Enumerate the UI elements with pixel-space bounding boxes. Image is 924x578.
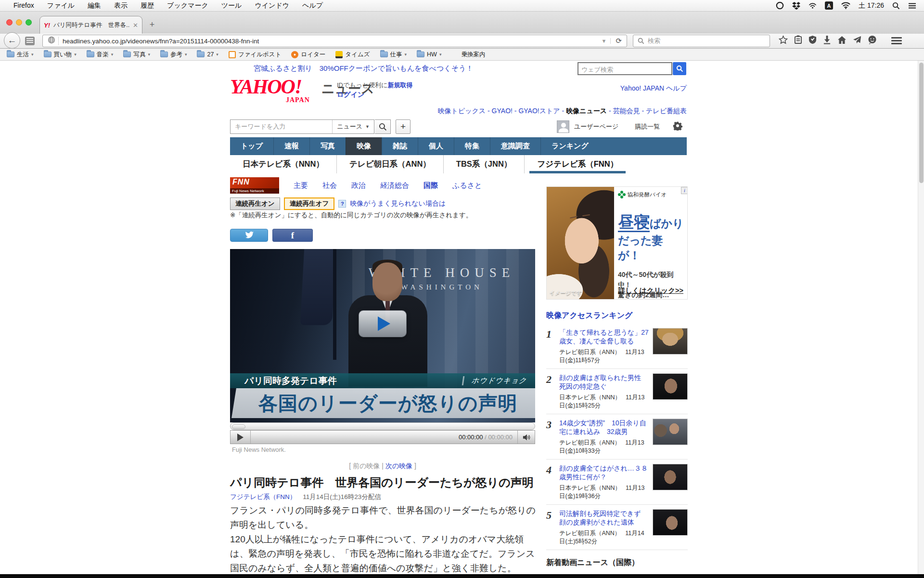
menubar-item[interactable]: ファイル <box>47 1 75 10</box>
fnn-category-link[interactable]: 国際 <box>424 181 438 190</box>
next-video-link[interactable]: 次の映像 <box>385 462 412 470</box>
ranking-thumbnail[interactable] <box>653 328 688 355</box>
volume-button[interactable] <box>517 431 535 444</box>
bookmark-star-icon[interactable] <box>779 35 788 44</box>
service-link[interactable]: 芸能会見 <box>613 107 640 115</box>
menu-hamburger-icon[interactable] <box>891 37 902 45</box>
bookmark-item[interactable]: 音楽 ▾ <box>87 51 114 59</box>
ranking-item-link[interactable]: 14歳少女“誘拐” 10日余り自宅に連れ込み 32歳男 <box>559 419 646 435</box>
new-tab-button[interactable]: + <box>146 18 158 31</box>
article-source-link[interactable]: フジテレビ系（FNN） <box>230 493 296 500</box>
nav-tab[interactable]: 速報 <box>273 137 309 155</box>
bookmark-item[interactable]: 乗換案内 ▾ <box>451 51 485 59</box>
bookmark-item[interactable]: タイムズ ▾ <box>335 51 370 59</box>
nav-tab[interactable]: 特集 <box>454 137 490 155</box>
continuous-play-off-button[interactable]: 連続再生オフ <box>284 197 335 210</box>
avatar[interactable] <box>557 120 569 133</box>
ranking-item-link[interactable]: 顔の皮膚全てはがされ…３８歳男性に何が？ <box>559 464 648 481</box>
ad-banner[interactable]: イメージです 協和発酵バイオ i 昼寝ばかり だった妻が！ 40代～50代が殺到… <box>546 186 688 300</box>
nav-tab[interactable]: 意識調査 <box>490 137 540 155</box>
chat-smiley-icon[interactable] <box>868 35 877 44</box>
settings-gear-icon[interactable] <box>673 121 682 132</box>
fnn-category-link[interactable]: 政治 <box>351 181 366 190</box>
fnn-logo[interactable]: FNN Fuji News Network <box>230 177 279 194</box>
twitter-share-button[interactable] <box>230 229 268 242</box>
yahoo-japan-link[interactable]: Yahoo! JAPAN <box>620 84 664 92</box>
menubar-item[interactable]: 編集 <box>88 1 101 10</box>
browser-search-box[interactable]: 検索 <box>633 35 770 47</box>
continuous-play-on-button[interactable]: 連続再生オン <box>230 197 280 210</box>
news-search-button[interactable] <box>375 119 391 134</box>
video-player[interactable]: WHITE HOUSE WASHINGTON パリ同時多発テロ事件 ホウドウキョ… <box>230 249 535 422</box>
ad-cta-link[interactable]: 詳しくはクリック>> <box>618 286 683 295</box>
menubar-item[interactable]: ツール <box>221 1 242 10</box>
menubar-item[interactable]: ヘルプ <box>302 1 323 10</box>
help-question-icon[interactable]: ? <box>338 200 346 208</box>
home-icon[interactable] <box>837 36 847 44</box>
bookmark-item[interactable]: 参考 ▾ <box>160 51 187 59</box>
reload-button[interactable]: ⟳ <box>611 37 627 45</box>
ranking-item-link[interactable]: 顔の皮膚はぎ取られた男性 死因の特定急ぐ <box>559 374 648 390</box>
service-link[interactable]: 映像トピックス <box>438 107 486 115</box>
hotspot-icon[interactable] <box>808 2 817 9</box>
play-overlay-button[interactable] <box>359 310 407 337</box>
help-link[interactable]: ヘルプ <box>666 84 687 92</box>
menubar-clock[interactable]: 土 17:26 <box>859 1 884 10</box>
register-link[interactable]: 新規取得 <box>388 81 413 89</box>
bookmark-item[interactable]: 生活 ▾ <box>7 51 34 59</box>
play-button[interactable] <box>231 431 251 444</box>
service-link[interactable]: テレビ番組表 <box>646 107 687 115</box>
nav-tab[interactable]: ランキング <box>540 137 599 155</box>
network-tab[interactable]: テレビ朝日系（ANN） <box>336 155 443 173</box>
url-text[interactable]: headlines.yahoo.co.jp/videonews/fnn?a=20… <box>63 38 259 45</box>
ad-info-icon[interactable]: i <box>681 187 688 194</box>
menubar-item[interactable]: ウインドウ <box>255 1 289 10</box>
nav-tab[interactable]: 個人 <box>418 137 454 155</box>
bookmark-item[interactable]: ロイター ▾ <box>291 51 325 59</box>
wifi-icon[interactable] <box>841 2 850 9</box>
ranking-thumbnail[interactable] <box>653 509 688 536</box>
bookmark-item[interactable]: 仕事 ▾ <box>380 51 407 59</box>
menubar-item[interactable]: Firefox <box>13 1 34 10</box>
user-page-link[interactable]: ユーザーページ <box>574 122 618 131</box>
fnn-category-link[interactable]: 社会 <box>322 181 337 190</box>
service-link[interactable]: 映像ニュース <box>566 107 607 115</box>
spotlight-icon[interactable] <box>892 2 900 10</box>
tab-close-icon[interactable]: ✕ <box>133 22 138 29</box>
ranking-item-link[interactable]: 「生きて帰れると思うな」27歳女、凄んで金脅し取る <box>559 328 649 345</box>
nav-tab[interactable]: トップ <box>230 137 273 155</box>
video-progress-bar[interactable] <box>230 422 535 430</box>
bookmark-item[interactable]: ファイルポスト ▾ <box>229 51 282 59</box>
clipboard-icon[interactable] <box>794 35 802 44</box>
facebook-share-button[interactable]: f <box>272 229 313 242</box>
window-minimize-button[interactable] <box>16 19 22 26</box>
network-tab[interactable]: フジテレビ系（FNN） <box>524 155 630 173</box>
prev-video-link[interactable]: 前の映像 <box>353 462 380 470</box>
ranking-thumbnail[interactable] <box>653 373 688 400</box>
network-tab[interactable]: 日本テレビ系（NNN） <box>230 155 336 173</box>
ranking-thumbnail[interactable] <box>653 464 688 490</box>
bookmark-item[interactable]: 写真 ▾ <box>123 51 150 59</box>
bookmark-item[interactable]: 買い物 ▾ <box>44 51 77 59</box>
creative-cloud-icon[interactable] <box>776 1 784 10</box>
add-keyword-button[interactable]: + <box>396 119 411 134</box>
fnn-category-link[interactable]: ふるさと <box>452 181 482 190</box>
shield-icon[interactable] <box>808 35 817 44</box>
site-identity-globe-icon[interactable] <box>48 36 55 46</box>
nav-tab[interactable]: 写真 <box>309 137 346 155</box>
ranking-thumbnail[interactable] <box>653 419 688 445</box>
web-search-input[interactable]: ウェブ検索 <box>578 62 672 75</box>
url-bar[interactable]: headlines.yahoo.co.jp/videonews/fnn?a=20… <box>42 35 627 47</box>
yahoo-logo[interactable]: YAHOO! <box>230 77 301 96</box>
login-link[interactable]: ログイン <box>337 91 364 99</box>
bookmark-item[interactable]: HW ▾ <box>417 51 441 58</box>
network-tab[interactable]: TBS系（JNN） <box>443 155 525 173</box>
nav-tab[interactable]: 映像 <box>346 137 382 155</box>
fnn-category-link[interactable]: 主要 <box>294 181 308 190</box>
menubar-item[interactable]: 履歴 <box>141 1 154 10</box>
promo-banner-link[interactable]: 宮城ふるさと割り 30%OFFクーポンで旨いもんを食べつくそう！ <box>254 64 473 73</box>
web-search-button[interactable] <box>673 62 686 75</box>
window-close-button[interactable] <box>6 19 13 26</box>
scrollbar-thumb[interactable] <box>919 63 924 183</box>
page-scrollbar[interactable] <box>918 61 924 578</box>
